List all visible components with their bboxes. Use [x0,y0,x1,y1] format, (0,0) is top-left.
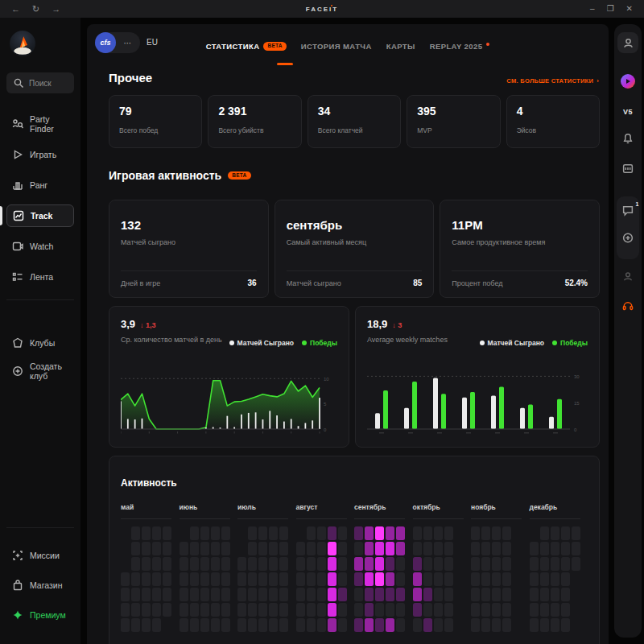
heatmap-cell[interactable] [258,618,267,632]
heatmap-cell[interactable] [200,572,209,586]
heatmap-cell[interactable] [413,603,422,617]
heatmap-cell[interactable] [492,572,501,586]
heatmap-cell[interactable] [423,618,432,632]
heatmap-cell[interactable] [279,557,288,571]
heatmap-cell[interactable] [211,542,220,555]
friends-button[interactable] [622,270,634,283]
heatmap-cell[interactable] [444,588,453,601]
heatmap-cell[interactable] [481,542,490,555]
heatmap-cell[interactable] [530,618,539,632]
heatmap-cell[interactable] [211,618,220,632]
heatmap-cell[interactable] [540,542,549,555]
more-stats-link[interactable]: СМ. БОЛЬШЕ СТАТИСТИКИ › [506,77,599,85]
heatmap-cell[interactable] [423,588,432,601]
heatmap-cell[interactable] [492,603,501,617]
heatmap-cell[interactable] [502,572,511,586]
heatmap-cell[interactable] [338,572,347,586]
heatmap-cell[interactable] [180,603,188,617]
heatmap-cell[interactable] [492,618,501,632]
heatmap-cell[interactable] [317,542,326,555]
heatmap-cell[interactable] [386,618,394,632]
heatmap-cell[interactable] [386,542,394,555]
heatmap-cell[interactable] [365,572,374,586]
heatmap-cell[interactable] [142,557,151,571]
heatmap-cell[interactable] [423,603,432,617]
heatmap-cell[interactable] [211,588,220,601]
heatmap-cell[interactable] [142,603,151,617]
heatmap-cell[interactable] [365,557,374,571]
heatmap-cell[interactable] [152,526,161,540]
heatmap-cell[interactable] [328,526,336,540]
heatmap-cell[interactable] [152,603,161,617]
heatmap-cell[interactable] [317,588,326,601]
heatmap-cell[interactable] [354,542,363,555]
heatmap-cell[interactable] [561,618,570,632]
daily-matches-chart[interactable]: 1050 [121,369,337,439]
heatmap-cell[interactable] [551,618,559,632]
heatmap-cell[interactable] [190,526,199,540]
heatmap-cell[interactable] [248,618,257,632]
heatmap-cell[interactable] [471,588,480,601]
tab-maps[interactable]: КАРТЫ [386,42,415,51]
heatmap-cell[interactable] [396,572,405,586]
heatmap-cell[interactable] [190,603,199,617]
heatmap-cell[interactable] [121,572,130,586]
add-friend-button[interactable] [622,232,634,244]
heatmap-cell[interactable] [211,557,220,571]
heatmap-cell[interactable] [365,526,374,540]
heatmap-cell[interactable] [471,618,480,632]
heatmap-cell[interactable] [481,618,490,632]
heatmap-cell[interactable] [444,557,453,571]
heatmap-cell[interactable] [258,603,267,617]
sidebar-item-shop[interactable]: Магазин [6,574,74,597]
heatmap-cell[interactable] [237,603,246,617]
heatmap-cell[interactable] [481,526,490,540]
heatmap-cell[interactable] [296,603,305,617]
heatmap-cell[interactable] [551,603,559,617]
heatmap-cell[interactable] [375,526,384,540]
tab-statistics[interactable]: СТАТИСТИКА BETA [206,42,287,51]
heatmap-cell[interactable] [423,526,432,540]
heatmap-cell[interactable] [258,588,267,601]
heatmap-cell[interactable] [561,557,570,571]
sidebar-item-rank[interactable]: Ранг [6,174,74,196]
heatmap-cell[interactable] [561,572,570,586]
heatmap-cell[interactable] [163,542,171,555]
heatmap-cell[interactable] [152,542,161,555]
heatmap-cell[interactable] [180,588,188,601]
heatmap-cell[interactable] [152,588,161,601]
heatmap-cell[interactable] [434,526,443,540]
heatmap-cell[interactable] [365,588,374,601]
tab-replay[interactable]: REPLAY 2025 [430,42,490,51]
heatmap-cell[interactable] [338,588,347,601]
heatmap-cell[interactable] [492,588,501,601]
heatmap-cell[interactable] [561,526,570,540]
heatmap-cell[interactable] [296,618,305,632]
heatmap-cell[interactable] [269,542,278,555]
heatmap-cell[interactable] [375,572,384,586]
heatmap-cell[interactable] [502,526,511,540]
heatmap-cell[interactable] [471,526,480,540]
heatmap-cell[interactable] [413,526,422,540]
heatmap-cell[interactable] [572,542,580,555]
sidebar-item-feed[interactable]: Лента [6,266,74,288]
heatmap-cell[interactable] [131,618,140,632]
heatmap-cell[interactable] [317,557,326,571]
heatmap-cell[interactable] [200,603,209,617]
heatmap-cell[interactable] [328,588,336,601]
heatmap-cell[interactable] [375,603,384,617]
heatmap-cell[interactable] [471,572,480,586]
heatmap-cell[interactable] [492,542,501,555]
heatmap-cell[interactable] [444,542,453,555]
heatmap-cell[interactable] [338,603,347,617]
chat-button[interactable]: 1 [622,204,634,217]
heatmap-cell[interactable] [163,557,171,571]
heatmap-cell[interactable] [307,588,316,601]
heatmap-cell[interactable] [338,526,347,540]
heatmap-cell[interactable] [296,572,305,586]
heatmap-cell[interactable] [481,588,490,601]
heatmap-cell[interactable] [269,557,278,571]
heatmap-cell[interactable] [386,572,394,586]
heatmap-cell[interactable] [248,603,257,617]
heatmap-cell[interactable] [180,618,188,632]
